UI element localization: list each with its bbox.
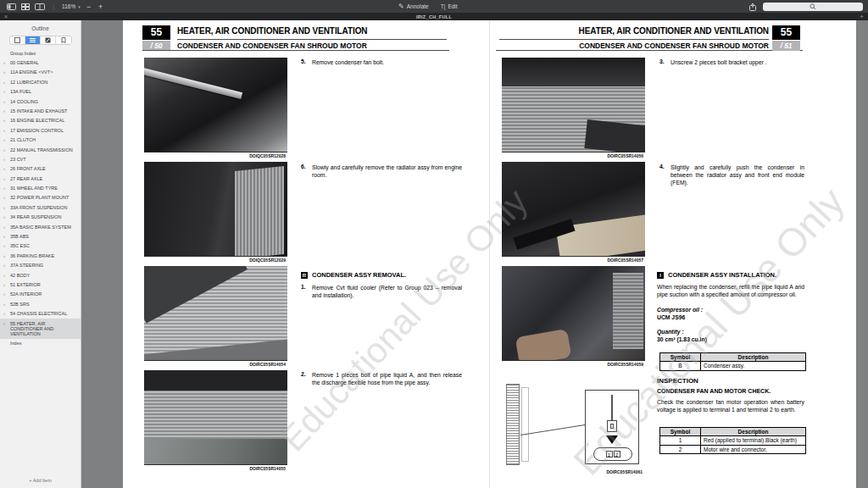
sidebar-item[interactable]: › 14 COOLING: [0, 97, 81, 106]
sidebar-item[interactable]: › 52B SRS: [0, 299, 81, 308]
disclosure-arrow-icon[interactable]: ›: [3, 273, 10, 278]
share-icon[interactable]: [749, 3, 756, 11]
disclosure-arrow-icon[interactable]: ›: [3, 99, 10, 104]
sidebar-item[interactable]: › 23 CVT: [0, 154, 81, 164]
annotate-button[interactable]: ✎ Annotate: [398, 3, 429, 10]
removal-step-2: 2. Remove 1 pieces bolt of pipe liquid A…: [301, 371, 464, 386]
photo-caption: DOIQC05SR12028: [144, 152, 287, 158]
sidebar-item[interactable]: Index: [0, 339, 81, 348]
sidebar-item-label: 00 GENERAL: [10, 60, 39, 65]
zoom-level-dropdown[interactable]: 116% ▾: [62, 3, 81, 9]
disclosure-arrow-icon[interactable]: ›: [3, 176, 10, 181]
sidebar-item-label: Index: [10, 341, 21, 346]
sidebar-item[interactable]: › 31 WHEEL AND TYRE: [0, 183, 81, 192]
search-input[interactable]: [763, 3, 863, 11]
sidebar-item[interactable]: › 54 CHASSIS ELECTRICAL: [0, 309, 81, 319]
right-page-photo-column: DOIRC05SR14056 DOIRC05SR14057 DOIRC05SR1…: [502, 58, 645, 367]
sidebar-item-label: 11A ENGINE <VVT>: [10, 69, 53, 75]
sidebar-item[interactable]: › 15 INTAKE AND EXHAUST: [0, 106, 81, 115]
disclosure-arrow-icon[interactable]: ›: [3, 137, 10, 142]
edit-button[interactable]: T| Edit: [441, 3, 458, 10]
sidebar-item[interactable]: › 34 REAR SUSPENSION: [0, 213, 81, 222]
sidebar-item-label: 37A STEERING: [10, 263, 43, 268]
sidebar-item[interactable]: › 52A INTERIOR: [0, 290, 81, 299]
header-rule: [496, 50, 803, 51]
disclosure-arrow-icon[interactable]: ›: [3, 166, 10, 171]
disclosure-arrow-icon[interactable]: ›: [3, 311, 10, 316]
new-tab-button[interactable]: +: [860, 13, 864, 20]
manual-photo: DOIQC05SR12029: [144, 162, 287, 263]
disclosure-arrow-icon[interactable]: ›: [3, 253, 10, 258]
disclosure-arrow-icon[interactable]: ›: [3, 291, 10, 297]
sidebar-item[interactable]: › 26 FRONT AXLE: [0, 164, 81, 174]
zoom-in-button[interactable]: +: [97, 3, 104, 11]
thumbnail-view-button[interactable]: [21, 3, 30, 10]
quantity-value: 30 cm³ (1.83 cu.in): [657, 336, 707, 342]
sidebar-toggle-button[interactable]: [7, 3, 16, 10]
zoom-out-button[interactable]: −: [86, 3, 92, 11]
disclosure-arrow-icon[interactable]: ›: [3, 118, 10, 123]
sidebar-item[interactable]: › 16 ENGINE ELECTRICAL: [0, 116, 81, 125]
two-page-view-button[interactable]: [35, 3, 45, 10]
disclosure-arrow-icon[interactable]: ›: [3, 157, 10, 162]
disclosure-arrow-icon[interactable]: ›: [3, 321, 10, 326]
disclosure-arrow-icon[interactable]: ›: [3, 108, 10, 114]
disclosure-arrow-icon[interactable]: ›: [3, 225, 10, 230]
photo-caption: DOIRC05SR14056: [502, 152, 645, 158]
sidebar-item[interactable]: › 11A ENGINE <VVT>: [0, 68, 81, 77]
sidebar-item[interactable]: › 00 GENERAL: [0, 58, 81, 67]
thumbnails-tab[interactable]: [10, 36, 25, 44]
disclosure-arrow-icon[interactable]: ›: [3, 214, 10, 219]
sidebar-item-label: 27 REAR AXLE: [10, 176, 42, 181]
disclosure-arrow-icon[interactable]: ›: [3, 282, 10, 287]
installation-paragraph: When replacing the condenser, refill the…: [657, 283, 804, 298]
sidebar-item[interactable]: › 13A FUEL: [0, 87, 81, 97]
disclosure-arrow-icon[interactable]: ›: [3, 205, 10, 210]
sidebar-item[interactable]: Group Index: [0, 48, 81, 58]
disclosure-arrow-icon[interactable]: ›: [3, 69, 10, 75]
sidebar-item[interactable]: › 22 MANUAL TRANSMISSION: [0, 145, 81, 154]
disclosure-arrow-icon[interactable]: ›: [3, 186, 10, 191]
disclosure-arrow-icon[interactable]: ›: [3, 80, 10, 85]
disclosure-arrow-icon[interactable]: ›: [3, 263, 10, 268]
sidebar-item[interactable]: › 36 PARKING BRAKE: [0, 251, 81, 260]
disclosure-arrow-icon[interactable]: ›: [3, 302, 10, 307]
sidebar-item[interactable]: › 12 LUBRICATION: [0, 77, 81, 86]
header-rule: [177, 39, 447, 40]
header-rule: [142, 50, 449, 51]
callout-line: [520, 424, 585, 435]
disclosure-arrow-icon[interactable]: ›: [3, 243, 10, 248]
sidebar-item[interactable]: › 37A STEERING: [0, 261, 81, 270]
sidebar-item[interactable]: › 27 REAR AXLE: [0, 174, 81, 183]
page-subtitle: CONDENSER AND CONDENSER FAN SHROUD MOTOR: [498, 42, 769, 50]
page-spread: 55 / 50 HEATER, AIR CONDITIONER AND VENT…: [123, 20, 856, 488]
toolbar-separator: |: [53, 3, 54, 10]
sidebar-item[interactable]: › 35A BASIC BRAKE SYSTEM: [0, 222, 81, 231]
watermark: Educational Use Only: [273, 181, 537, 459]
page-number-badge: / 51: [772, 41, 800, 51]
sidebar-item[interactable]: › 17 EMISSION CONTROL: [0, 125, 81, 135]
sidebar-item[interactable]: › 21 CLUTCH: [0, 136, 81, 145]
outline-tab[interactable]: [25, 36, 41, 44]
sidebar-item-label: Group Index: [10, 51, 36, 56]
sidebar-item[interactable]: › 55 HEATER, AIR CONDITIONER AND VENTILA…: [0, 319, 81, 339]
document-tab[interactable]: IRIZ_CH_FULL: [0, 14, 868, 19]
sidebar-item[interactable]: › 35C ESC: [0, 241, 81, 251]
sidebar-item[interactable]: › 51 EXTERIOR: [0, 280, 81, 289]
disclosure-arrow-icon[interactable]: ›: [3, 234, 10, 239]
disclosure-arrow-icon[interactable]: ›: [3, 195, 10, 200]
annotations-tab[interactable]: [41, 36, 56, 44]
disclosure-arrow-icon[interactable]: ›: [3, 147, 10, 152]
add-item-button[interactable]: + Add Item: [0, 474, 81, 488]
disclosure-arrow-icon[interactable]: ›: [3, 60, 10, 65]
sidebar-item[interactable]: › 35B ABS: [0, 231, 81, 241]
sidebar-item-label: 23 CVT: [10, 157, 26, 162]
disclosure-arrow-icon[interactable]: ›: [3, 128, 10, 133]
sidebar-item[interactable]: › 33A FRONT SUSPENSION: [0, 202, 81, 212]
sidebar-item[interactable]: › 42 BODY: [0, 270, 81, 280]
bookmarks-tab[interactable]: [56, 36, 71, 44]
disclosure-arrow-icon[interactable]: ›: [3, 89, 10, 94]
sidebar-item[interactable]: › 32 POWER PLANT MOUNT: [0, 193, 81, 202]
sidebar-item-label: 31 WHEEL AND TYRE: [10, 186, 58, 191]
step-4: 4. Slightly and carefully push the conde…: [659, 164, 806, 187]
